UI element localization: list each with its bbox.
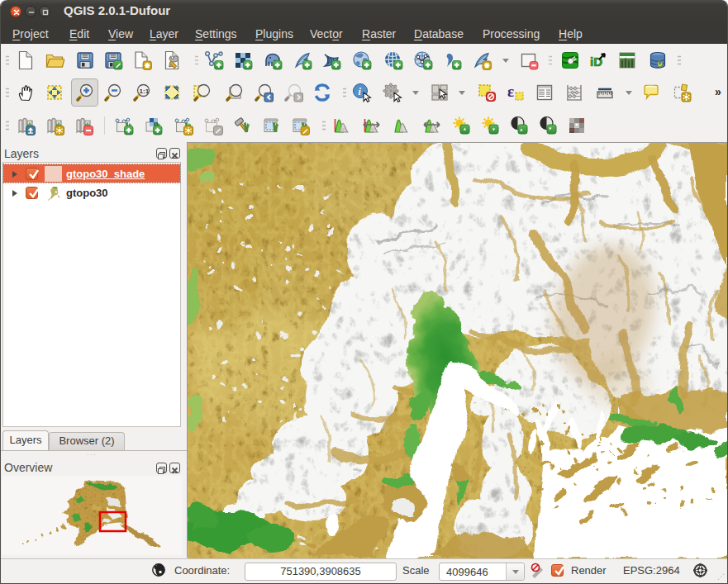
- svg-text:ε: ε: [507, 83, 514, 100]
- svg-text:1:1: 1:1: [140, 88, 150, 95]
- svg-text:iD: iD: [590, 55, 602, 69]
